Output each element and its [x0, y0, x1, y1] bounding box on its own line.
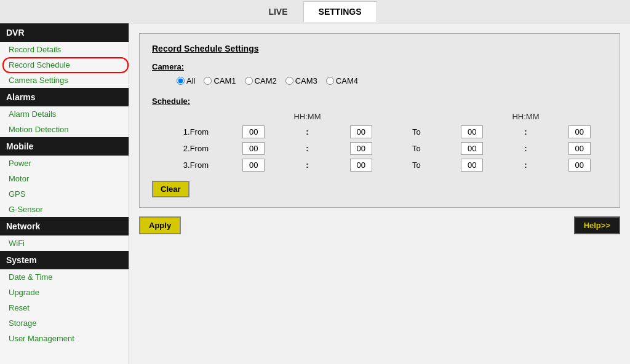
row1-from-min[interactable]: [350, 125, 372, 138]
row3-from-hour[interactable]: [242, 159, 265, 172]
row3-colon1: :: [293, 157, 321, 173]
row3-from-min[interactable]: [350, 159, 372, 172]
sidebar-item-user-management[interactable]: User Management: [0, 331, 129, 346]
camera-options: All CAM1 CAM2 CAM3 CAM4: [177, 76, 607, 85]
row3-from-min-cell[interactable]: [321, 157, 401, 173]
row3-to-min-cell[interactable]: [540, 157, 620, 173]
apply-button[interactable]: Apply: [139, 216, 181, 234]
radio-input-cam3[interactable]: [285, 77, 293, 85]
radio-input-cam4[interactable]: [326, 77, 334, 85]
row1-to-hour-cell[interactable]: [432, 124, 512, 140]
radio-cam1[interactable]: CAM1: [204, 76, 236, 85]
table-row: 3.From : To :: [164, 157, 620, 173]
main-content: Record Schedule Settings Camera: All CAM…: [129, 23, 630, 364]
row3-to-hour-cell[interactable]: [432, 157, 512, 173]
sidebar-item-wifi[interactable]: WiFi: [0, 235, 129, 251]
sidebar-item-power[interactable]: Power: [0, 156, 129, 171]
sidebar-item-camera-settings[interactable]: Camera Settings: [0, 73, 129, 88]
radio-label-cam3: CAM3: [295, 76, 317, 85]
clear-button[interactable]: Clear: [152, 181, 189, 197]
sidebar-section-network: Network: [0, 217, 129, 235]
row3-from-label: 3.From: [164, 157, 213, 173]
row2-colon2: :: [512, 140, 539, 157]
hhmm-header-to: HH:MM: [432, 112, 620, 124]
radio-cam4[interactable]: CAM4: [326, 76, 358, 85]
radio-cam2[interactable]: CAM2: [245, 76, 277, 85]
sidebar-item-storage[interactable]: Storage: [0, 315, 129, 331]
row2-colon1: :: [293, 140, 321, 157]
row2-from-min-cell[interactable]: [321, 140, 401, 157]
bottom-bar: Apply Help>>: [139, 216, 620, 234]
row3-to-hour[interactable]: [461, 159, 483, 172]
row2-to-hour[interactable]: [461, 142, 483, 155]
sidebar-section-dvr: DVR: [0, 23, 129, 42]
schedule-label: Schedule:: [152, 97, 607, 106]
row2-to-min[interactable]: [568, 142, 591, 155]
row2-to-hour-cell[interactable]: [432, 140, 512, 157]
row1-colon1: :: [293, 124, 321, 140]
row3-to-label: To: [401, 157, 432, 173]
schedule-table: HH:MM HH:MM 1.From :: [164, 112, 620, 173]
radio-cam3[interactable]: CAM3: [285, 76, 317, 85]
sidebar-item-motor[interactable]: Motor: [0, 171, 129, 186]
sidebar-item-alarm-details[interactable]: Alarm Details: [0, 106, 129, 122]
row3-to-min[interactable]: [568, 159, 591, 172]
row3-from-hour-cell[interactable]: [213, 157, 293, 173]
row2-from-label: 2.From: [164, 140, 213, 157]
radio-label-all: All: [186, 76, 195, 85]
sidebar-item-g-sensor[interactable]: G-Sensor: [0, 202, 129, 217]
radio-input-cam2[interactable]: [245, 77, 253, 85]
row1-to-hour[interactable]: [461, 125, 483, 138]
sidebar-item-date-time[interactable]: Date & Time: [0, 269, 129, 285]
row1-colon2: :: [512, 124, 539, 140]
camera-label: Camera:: [152, 62, 607, 71]
radio-input-all[interactable]: [177, 77, 185, 85]
tab-settings[interactable]: SETTINGS: [303, 1, 377, 22]
row2-from-hour-cell[interactable]: [213, 140, 293, 157]
row1-from-hour-cell[interactable]: [213, 124, 293, 140]
sidebar-item-motion-detection[interactable]: Motion Detection: [0, 122, 129, 137]
settings-title: Record Schedule Settings: [152, 44, 607, 53]
row2-to-label: To: [401, 140, 432, 157]
row2-from-hour[interactable]: [242, 142, 265, 155]
sidebar: DVR Record Details Record Schedule Camer…: [0, 23, 129, 364]
sidebar-section-alarms: Alarms: [0, 88, 129, 106]
radio-all[interactable]: All: [177, 76, 195, 85]
sidebar-section-system: System: [0, 251, 129, 269]
hhmm-header-from: HH:MM: [213, 112, 401, 124]
sidebar-item-upgrade[interactable]: Upgrade: [0, 285, 129, 300]
row1-from-label: 1.From: [164, 124, 213, 140]
sidebar-section-mobile: Mobile: [0, 137, 129, 156]
row1-to-label: To: [401, 124, 432, 140]
sidebar-item-record-details[interactable]: Record Details: [0, 42, 129, 57]
sidebar-item-reset[interactable]: Reset: [0, 300, 129, 315]
row2-to-min-cell[interactable]: [540, 140, 620, 157]
row1-to-min[interactable]: [568, 125, 591, 138]
radio-label-cam1: CAM1: [213, 76, 236, 85]
row1-to-min-cell[interactable]: [540, 124, 620, 140]
row3-colon2: :: [512, 157, 539, 173]
sidebar-item-gps[interactable]: GPS: [0, 186, 129, 202]
row2-from-min[interactable]: [350, 142, 372, 155]
top-navigation: LIVE SETTINGS: [0, 0, 630, 23]
radio-label-cam2: CAM2: [255, 76, 277, 85]
table-row: 1.From : To :: [164, 124, 620, 140]
radio-input-cam1[interactable]: [204, 77, 212, 85]
help-button[interactable]: Help>>: [574, 216, 620, 234]
tab-live[interactable]: LIVE: [253, 1, 303, 22]
sidebar-item-record-schedule[interactable]: Record Schedule: [0, 57, 129, 73]
row1-from-min-cell[interactable]: [321, 124, 401, 140]
radio-label-cam4: CAM4: [336, 76, 358, 85]
table-row: 2.From : To :: [164, 140, 620, 157]
settings-box: Record Schedule Settings Camera: All CAM…: [139, 33, 620, 208]
row1-from-hour[interactable]: [242, 125, 265, 138]
